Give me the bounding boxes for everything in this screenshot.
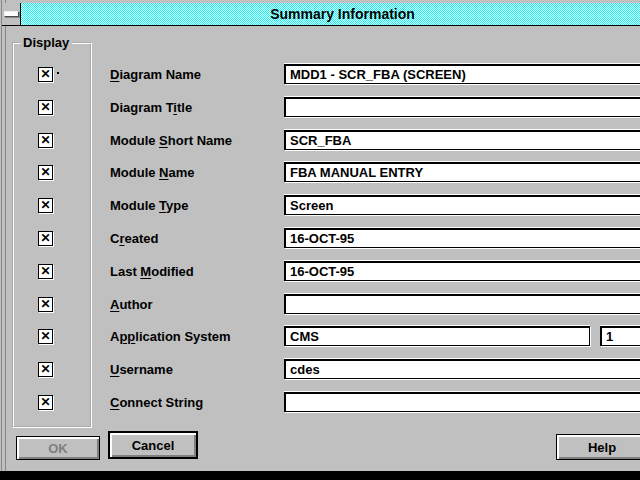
created-checkbox[interactable]: ✕ xyxy=(38,231,53,246)
author-label: Author xyxy=(110,297,153,312)
application-system-label: Application System xyxy=(110,329,231,344)
application-system-field[interactable]: CMS xyxy=(284,326,590,346)
application-system-checkbox[interactable]: ✕ xyxy=(38,329,53,344)
window-frame-line xyxy=(5,0,6,471)
module-name-checkbox[interactable]: ✕ xyxy=(38,165,53,180)
summary-information-dialog: Summary Information Display ✕Diagram Nam… xyxy=(0,0,640,471)
window-title: Summary Information xyxy=(270,6,415,22)
check-icon: ✕ xyxy=(39,166,52,179)
module-type-checkbox[interactable]: ✕ xyxy=(38,198,53,213)
control-menu-icon xyxy=(4,11,19,17)
module-short-name-label: Module Short Name xyxy=(110,133,232,148)
created-field[interactable]: 16-OCT-95 xyxy=(284,228,640,248)
username-checkbox[interactable]: ✕ xyxy=(38,362,53,377)
diagram-name-checkbox[interactable]: ✕ xyxy=(38,67,53,82)
created-label: Created xyxy=(110,231,158,246)
check-icon: ✕ xyxy=(39,396,52,409)
diagram-name-label: Diagram Name xyxy=(110,67,201,82)
check-icon: ✕ xyxy=(39,363,52,376)
connect-string-field[interactable] xyxy=(284,392,640,412)
check-icon: ✕ xyxy=(39,330,52,343)
check-icon: ✕ xyxy=(39,232,52,245)
module-type-label: Module Type xyxy=(110,198,189,213)
author-field[interactable] xyxy=(284,294,640,314)
check-icon: ✕ xyxy=(39,101,52,114)
module-name-label: Module Name xyxy=(110,165,195,180)
diagram-title-field[interactable] xyxy=(284,97,640,117)
connect-string-label: Connect String xyxy=(110,395,203,410)
author-checkbox[interactable]: ✕ xyxy=(38,297,53,312)
application-system-field-2[interactable]: 1 xyxy=(600,326,640,346)
check-icon: ✕ xyxy=(39,265,52,278)
help-button[interactable]: Help xyxy=(556,434,640,460)
last-modified-field[interactable]: 16-OCT-95 xyxy=(284,261,640,281)
check-icon: ✕ xyxy=(39,298,52,311)
stray-dot-artifact xyxy=(57,72,59,74)
module-short-name-checkbox[interactable]: ✕ xyxy=(38,133,53,148)
check-icon: ✕ xyxy=(39,68,52,81)
diagram-title-checkbox[interactable]: ✕ xyxy=(38,100,53,115)
title-bar: Summary Information xyxy=(21,3,640,26)
ok-button[interactable]: OK xyxy=(16,436,100,460)
check-icon: ✕ xyxy=(39,199,52,212)
last-modified-checkbox[interactable]: ✕ xyxy=(38,264,53,279)
module-type-field[interactable]: Screen xyxy=(284,195,640,215)
username-label: Username xyxy=(110,362,173,377)
diagram-name-field[interactable]: MDD1 - SCR_FBA (SCREEN) xyxy=(284,64,640,84)
control-menu-button[interactable] xyxy=(2,3,21,26)
window-frame-line xyxy=(1,0,2,471)
diagram-title-label: Diagram Title xyxy=(110,100,192,115)
module-short-name-field[interactable]: SCR_FBA xyxy=(284,130,640,150)
last-modified-label: Last Modified xyxy=(110,264,194,279)
connect-string-checkbox[interactable]: ✕ xyxy=(38,395,53,410)
check-icon: ✕ xyxy=(39,134,52,147)
module-name-field[interactable]: FBA MANUAL ENTRY xyxy=(284,162,640,182)
cancel-button[interactable]: Cancel xyxy=(108,431,198,459)
username-field[interactable]: cdes xyxy=(284,359,640,379)
display-groupbox-label: Display xyxy=(20,35,72,50)
